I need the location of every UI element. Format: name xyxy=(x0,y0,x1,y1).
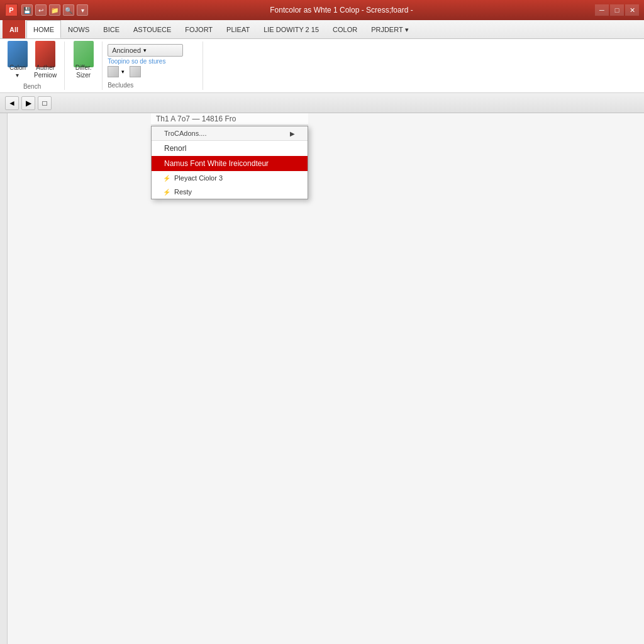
ribbon-content: Calon▾ AutherPerniow Bench Differ.Sizer xyxy=(0,39,644,92)
context-menu-renorl[interactable]: Renorl xyxy=(152,141,308,156)
quick-folder-icon[interactable]: 📁 xyxy=(49,4,60,16)
tab-all[interactable]: All xyxy=(3,20,25,38)
auther-perniow-button[interactable]: AutherPerniow xyxy=(31,43,59,80)
tab-color[interactable]: COLOR xyxy=(326,20,364,38)
bench-buttons: Calon▾ AutherPerniow xyxy=(5,43,59,80)
ribbon-group-bench: Calon▾ AutherPerniow Bench xyxy=(0,42,65,90)
translations-arrow: ▶ xyxy=(290,130,295,137)
quick-save-icon[interactable]: 💾 xyxy=(21,4,33,16)
quick-undo-icon[interactable]: ↩ xyxy=(35,4,47,16)
calon-icon xyxy=(8,44,28,64)
small-icon-2[interactable] xyxy=(130,66,141,77)
ribbon-group-becludes: Ancinoed ▾ Toopino so de stures ▾ Beclud… xyxy=(103,42,203,90)
main-content: Th1 A 7o7 — 14816 Fro TroCAdons.... ▶ Re… xyxy=(0,113,644,644)
ancinoed-row: Ancinoed ▾ xyxy=(108,44,183,57)
tab-home[interactable]: HOME xyxy=(26,20,61,38)
translations-label: TroCAdons.... xyxy=(164,130,206,137)
differ-icon xyxy=(74,44,94,64)
tab-nows[interactable]: NOWS xyxy=(61,20,96,38)
ancinoed-label-block: Ancinoed ▾ xyxy=(108,44,183,57)
ribbon-group-differ: Differ.Sizer xyxy=(65,42,103,90)
close-button[interactable]: ✕ xyxy=(625,4,639,16)
maximize-button[interactable]: □ xyxy=(610,4,624,16)
calon-button[interactable]: Calon▾ xyxy=(5,43,30,80)
tab-prjdert[interactable]: PRJDERT ▾ xyxy=(364,20,415,38)
toolbar-grid-icon[interactable]: □ xyxy=(38,96,52,110)
toolbar-forward-icon[interactable]: ▶ xyxy=(21,96,35,110)
becludes-content: Ancinoed ▾ Toopino so de stures ▾ xyxy=(108,44,183,77)
ribbon: All HOME NOWS BICE ASTOUECE FOJORT PLIEA… xyxy=(0,20,644,93)
ribbon-tab-bar: All HOME NOWS BICE ASTOUECE FOJORT PLIEA… xyxy=(0,20,644,39)
app-icon: P xyxy=(5,4,18,16)
context-menu-names-font[interactable]: Namus Font White Ireicondteur xyxy=(152,156,308,171)
context-menu-pleyact[interactable]: Pleyact Ciolor 3 xyxy=(152,171,308,185)
quick-access-toolbar: 💾 ↩ 📁 🔍 ▾ xyxy=(21,4,88,16)
minimize-button[interactable]: ─ xyxy=(595,4,609,16)
quick-dropdown-icon[interactable]: ▾ xyxy=(77,4,88,16)
differ-label: Differ.Sizer xyxy=(75,64,92,79)
tab-fojort[interactable]: FOJORT xyxy=(178,20,219,38)
window-controls: ─ □ ✕ xyxy=(595,4,639,16)
becludes-group-label: Becludes xyxy=(108,79,133,89)
names-font-label: Namus Font White Ireicondteur xyxy=(164,159,269,168)
window-title: Fontcolor as Whte 1 Colop - Scress;foard… xyxy=(92,6,591,14)
ancinoed-arrow: ▾ xyxy=(143,47,147,53)
small-icon-1[interactable] xyxy=(108,66,119,77)
context-menu: TroCAdons.... ▶ Renorl Namus Font White … xyxy=(151,126,308,199)
slide-header-text: Th1 A 7o7 — 14816 Fro xyxy=(151,113,308,125)
quick-search-icon[interactable]: 🔍 xyxy=(63,4,74,16)
pleyact-label: Pleyact Ciolor 3 xyxy=(174,174,223,182)
context-menu-header-item[interactable]: TroCAdons.... ▶ xyxy=(152,126,308,141)
tab-bice[interactable]: BICE xyxy=(96,20,126,38)
tab-astouece[interactable]: ASTOUECE xyxy=(126,20,178,38)
auther-icon xyxy=(35,44,55,64)
secondary-toolbar: ◄ ▶ □ xyxy=(0,93,644,113)
subtext-label: Toopino so de stures xyxy=(108,58,165,65)
slide-panel xyxy=(0,113,8,644)
toolbar-back-icon[interactable]: ◄ xyxy=(5,96,19,110)
icon-dropdown-arrow: ▾ xyxy=(121,69,125,75)
bench-group-label: Bench xyxy=(23,80,41,90)
tab-plieat[interactable]: PLIEAT xyxy=(219,20,257,38)
tab-lie-dowity[interactable]: LIE DOWITY 2 15 xyxy=(257,20,326,38)
subtext-row: Toopino so de stures xyxy=(108,58,183,65)
ancinoed-text: Ancinoed xyxy=(112,47,141,54)
resty-label: Resty xyxy=(174,188,192,196)
icon-row: ▾ xyxy=(108,66,183,77)
auther-label: AutherPerniow xyxy=(34,64,57,79)
calon-label: Calon▾ xyxy=(9,64,26,79)
context-menu-resty[interactable]: Resty xyxy=(152,185,308,199)
renorl-label: Renorl xyxy=(164,144,186,153)
title-bar: P 💾 ↩ 📁 🔍 ▾ Fontcolor as Whte 1 Colop - … xyxy=(0,0,644,20)
differ-sizer-button[interactable]: Differ.Sizer xyxy=(71,43,96,80)
